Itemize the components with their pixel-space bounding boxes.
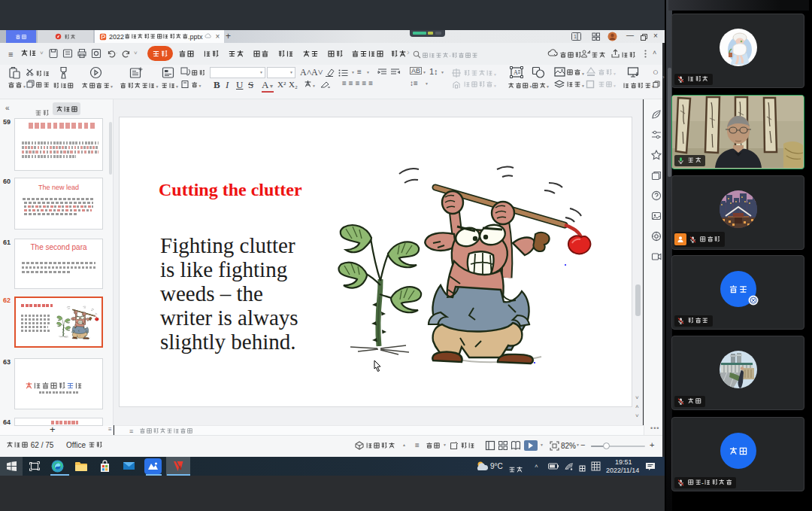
svg-text:1: 1	[574, 34, 577, 39]
svg-text:A: A	[514, 69, 518, 76]
